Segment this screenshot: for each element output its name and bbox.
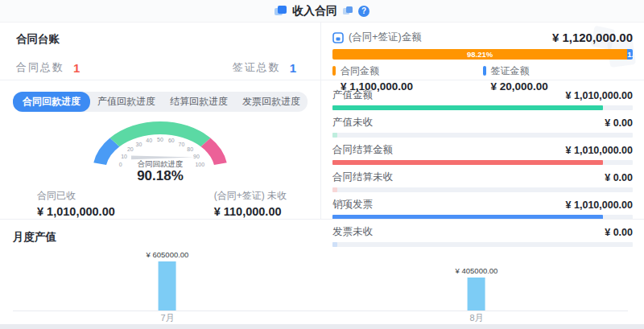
gauge-tick-label: 40 bbox=[146, 138, 152, 143]
contract-amount-legend: 合同金额 ¥ 1,100,000.00 bbox=[332, 64, 483, 93]
gauge-tick-label: 90 bbox=[193, 154, 200, 159]
tab-1[interactable]: 产值回款进度 bbox=[90, 92, 163, 112]
income-contract-dashboard: 收入合同 ? 合同台账 合同总数 1 签证总数 1 bbox=[0, 0, 644, 324]
gauge-tick-label: 0 bbox=[119, 162, 122, 167]
bar bbox=[159, 261, 176, 310]
x-axis-label: 8月 bbox=[469, 312, 483, 324]
visa-amount-marker bbox=[483, 66, 486, 76]
metric-progress-fill bbox=[332, 105, 603, 110]
contract-amount-marker bbox=[332, 66, 336, 76]
metric-row: 合同结算金额¥ 1,010,000.00 bbox=[332, 143, 633, 165]
gauge-tick-label: 80 bbox=[187, 146, 193, 152]
help-icon[interactable]: ? bbox=[358, 6, 369, 17]
monthly-bar-chart: ¥ 605000.007月¥ 405000.008月 bbox=[13, 245, 631, 324]
unreceived-value: ¥ 110,000.00 bbox=[214, 205, 287, 218]
amount-legend: 合同金额 ¥ 1,100,000.00 签证金额 ¥ 20,000.00 bbox=[332, 64, 633, 93]
bar-value-label: ¥ 405000.00 bbox=[456, 266, 498, 275]
tab-2[interactable]: 结算回款进度 bbox=[163, 92, 235, 112]
right-column: (合同+签证)金额 ¥ 1,120,000.00 98.21%1.79% 合同金… bbox=[321, 23, 644, 219]
amount-icon bbox=[332, 32, 344, 43]
metric-progress-fill bbox=[332, 133, 337, 138]
metric-value: ¥ 0.00 bbox=[605, 117, 633, 129]
copy-icon[interactable] bbox=[343, 6, 353, 15]
metric-value: ¥ 1,010,000.00 bbox=[566, 145, 633, 156]
contract-ledger-section: 合同台账 合同总数 1 签证总数 1 bbox=[0, 23, 320, 80]
gauge-tick-label: 50 bbox=[157, 137, 163, 142]
gauge-tick-label: 20 bbox=[127, 146, 134, 152]
page-header: 收入合同 ? bbox=[0, 0, 644, 23]
metric-progress-fill bbox=[332, 187, 337, 192]
gauge-tick-label: 60 bbox=[168, 138, 175, 143]
segment-pct-label: 1.79% bbox=[627, 49, 633, 60]
gauge-title: 合同回款进度 bbox=[138, 159, 184, 168]
stacked-bar-segment-1: 1.79% bbox=[627, 49, 633, 60]
visa-count-value: 1 bbox=[290, 61, 296, 75]
contract-docs-icon bbox=[275, 6, 287, 16]
monthly-output-section: 月度产值 ¥ 605000.007月¥ 405000.008月 bbox=[0, 219, 644, 324]
gauge-tick-label: 10 bbox=[121, 154, 127, 159]
gauge-value: 90.18% bbox=[0, 168, 320, 184]
contract-count-label: 合同总数 bbox=[16, 60, 64, 75]
unreceived-label: (合同+签证) 未收 bbox=[214, 189, 287, 203]
x-axis-label: 7月 bbox=[160, 312, 174, 324]
visa-count-label: 签证总数 bbox=[233, 60, 281, 75]
metric-value: ¥ 1,010,000.00 bbox=[566, 199, 633, 211]
metric-progress-track bbox=[332, 187, 633, 192]
unreceived-stat: (合同+签证) 未收 ¥ 110,000.00 bbox=[214, 189, 287, 218]
gauge-tick-label: 100 bbox=[195, 162, 204, 167]
contract-received-stat: 合同已收 ¥ 1,010,000.00 bbox=[37, 189, 115, 218]
contract-received-value: ¥ 1,010,000.00 bbox=[37, 205, 115, 218]
bar-group-8月: ¥ 405000.00 bbox=[456, 266, 498, 310]
metric-progress-track bbox=[332, 160, 633, 165]
collection-progress-section: 合同回款进度产值回款进度结算回款进度发票回款进度 010203040506070… bbox=[0, 80, 320, 218]
visa-count-stat: 签证总数 1 bbox=[233, 60, 296, 75]
amount-stacked-bar: 98.21%1.79% bbox=[332, 49, 633, 60]
tab-3[interactable]: 发票回款进度 bbox=[235, 92, 308, 112]
bar-value-label: ¥ 605000.00 bbox=[147, 250, 189, 259]
metric-progress-fill bbox=[332, 160, 603, 165]
page-title: 收入合同 bbox=[292, 4, 337, 19]
metric-label: 合同结算金额 bbox=[332, 143, 393, 157]
contract-amount-label: 合同金额 bbox=[341, 64, 413, 78]
visa-amount-label: 签证金额 bbox=[491, 64, 548, 78]
progress-tabs: 合同回款进度产值回款进度结算回款进度发票回款进度 bbox=[0, 92, 320, 112]
segment-pct-label: 98.21% bbox=[332, 49, 627, 60]
metric-row: 合同结算未收¥ 0.00 bbox=[332, 171, 633, 192]
ledger-title: 合同台账 bbox=[16, 32, 296, 47]
bar-group-7月: ¥ 605000.00 bbox=[147, 250, 189, 310]
gauge-tick-label: 70 bbox=[179, 142, 185, 147]
monthly-title: 月度产值 bbox=[13, 230, 631, 245]
metric-label: 产值未收 bbox=[332, 116, 373, 130]
ledger-stats: 合同总数 1 签证总数 1 bbox=[16, 60, 296, 75]
summary-header: (合同+签证)金额 ¥ 1,120,000.00 bbox=[332, 31, 633, 44]
visa-amount-legend: 签证金额 ¥ 20,000.00 bbox=[483, 64, 634, 93]
contract-received-label: 合同已收 bbox=[37, 189, 115, 203]
summary-label: (合同+签证)金额 bbox=[349, 31, 422, 44]
metric-progress-track bbox=[332, 133, 633, 138]
metric-label: 销项发票 bbox=[332, 198, 373, 212]
contract-amount-value: ¥ 1,100,000.00 bbox=[341, 80, 413, 93]
tab-0[interactable]: 合同回款进度 bbox=[13, 92, 90, 112]
metric-row: 产值未收¥ 0.00 bbox=[332, 116, 633, 138]
stacked-bar-segment-0: 98.21% bbox=[332, 49, 627, 60]
progress-tab-group: 合同回款进度产值回款进度结算回款进度发票回款进度 bbox=[13, 92, 308, 112]
metric-label: 合同结算未收 bbox=[332, 171, 393, 184]
summary-total: ¥ 1,120,000.00 bbox=[552, 31, 633, 44]
contract-count-value: 1 bbox=[73, 61, 80, 75]
bar bbox=[468, 278, 485, 310]
visa-amount-value: ¥ 20,000.00 bbox=[491, 80, 548, 93]
x-axis-line bbox=[13, 310, 628, 311]
main-content: 合同台账 合同总数 1 签证总数 1 合同回款进度产值回款进度结算回款进度发票回… bbox=[0, 23, 644, 219]
gauge-tick-label: 30 bbox=[136, 142, 142, 147]
contract-count-stat: 合同总数 1 bbox=[16, 60, 80, 75]
gauge-segment bbox=[110, 121, 211, 146]
amount-summary-section: (合同+签证)金额 ¥ 1,120,000.00 98.21%1.79% 合同金… bbox=[321, 23, 644, 80]
received-stats: 合同已收 ¥ 1,010,000.00 (合同+签证) 未收 ¥ 110,000… bbox=[0, 184, 320, 218]
left-column: 合同台账 合同总数 1 签证总数 1 合同回款进度产值回款进度结算回款进度发票回… bbox=[0, 23, 321, 219]
metric-value: ¥ 0.00 bbox=[605, 172, 633, 183]
metric-row: 销项发票¥ 1,010,000.00 bbox=[332, 198, 633, 220]
metric-progress-track bbox=[332, 105, 633, 110]
